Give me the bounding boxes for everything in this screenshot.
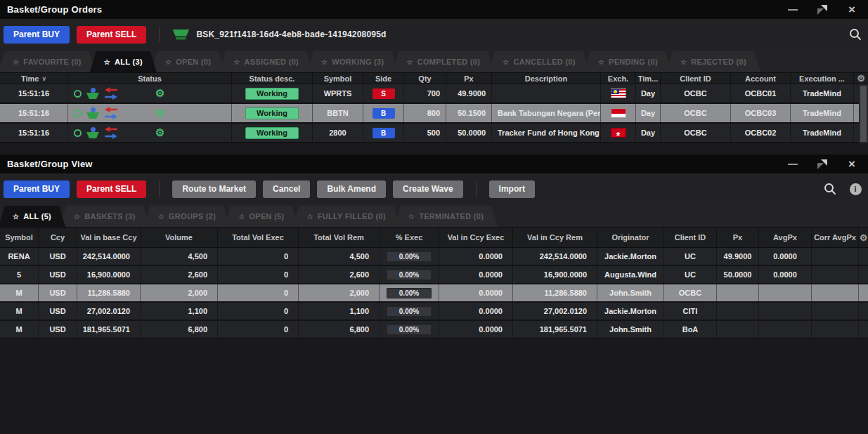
column-settings-gear-icon[interactable]: ⚙	[854, 73, 868, 84]
favourite-star-icon: ☆	[104, 58, 110, 66]
import-button[interactable]: Import	[489, 180, 535, 198]
col-px[interactable]: Px	[717, 228, 759, 247]
row-corr-avgpx	[812, 284, 859, 301]
col-avgpx[interactable]: AvgPx	[759, 228, 812, 247]
row-symbol: RENA	[0, 248, 39, 265]
close-icon[interactable]: ×	[843, 1, 861, 19]
tab-label: TERMINATED (0)	[419, 212, 484, 221]
tab-pending[interactable]: ☆PENDING (0)	[584, 51, 672, 72]
col-side[interactable]: Side	[363, 73, 404, 84]
bulk-amend-button[interactable]: Bulk Amend	[317, 180, 386, 198]
tab-open[interactable]: ☆OPEN (5)	[224, 206, 298, 227]
col-status[interactable]: Status	[68, 73, 232, 84]
row-ccy: USD	[39, 284, 77, 301]
col-ccy[interactable]: Ccy	[39, 228, 77, 247]
col-originator[interactable]: Originator	[597, 228, 664, 247]
gear-check-icon: ⚙	[155, 126, 164, 139]
info-icon[interactable]: i	[846, 180, 864, 198]
restore-icon[interactable]	[813, 155, 831, 173]
route-to-market-button[interactable]: Route to Market	[172, 180, 256, 198]
favourite-star-icon: ☆	[238, 213, 245, 221]
row-volume: 1,100	[141, 303, 218, 320]
vertical-scrollbar[interactable]	[859, 84, 868, 143]
col-execution[interactable]: Execution ...	[791, 73, 854, 84]
col-val-ccy-rem[interactable]: Val in Ccy Rem	[513, 228, 597, 247]
view-row[interactable]: M USD 27,002.0120 1,100 0 1,100 0.00% 0.…	[0, 303, 868, 321]
row-volume: 4,500	[141, 248, 218, 265]
basket-id-text: BSK_921f1418-16d4-4eb8-bade-14194208095d	[196, 29, 386, 39]
tab-fully-filled[interactable]: ☆FULLY FILLED (0)	[293, 206, 400, 227]
view-row[interactable]: M USD 11,286.5880 2,000 0 2,000 0.00% 0.…	[0, 284, 868, 303]
tab-completed[interactable]: ☆COMPLETED (0)	[393, 51, 495, 72]
minimize-icon[interactable]	[784, 1, 802, 19]
search-icon[interactable]	[846, 25, 864, 44]
create-wave-button[interactable]: Create Wave	[393, 180, 463, 198]
col-val-base[interactable]: Val in base Ccy	[77, 228, 141, 247]
tab-rejected[interactable]: ☆REJECTED (0)	[666, 51, 760, 72]
tab-open[interactable]: ☆OPEN (0)	[151, 51, 225, 72]
col-status-desc[interactable]: Status desc.	[232, 73, 313, 84]
order-row[interactable]: 15:51:16 ⚙ Working WPRTS S 700 49.9000 D…	[0, 84, 868, 104]
col-client-id[interactable]: Client ID	[661, 73, 731, 84]
order-account: OCBC01	[731, 84, 791, 103]
col-qty[interactable]: Qty	[404, 73, 446, 84]
row-px: 49.9000	[717, 248, 759, 265]
tab-label: COMPLETED (0)	[417, 58, 480, 66]
row-val-base: 11,286.5880	[77, 284, 141, 301]
scrollbar-thumb[interactable]	[860, 85, 867, 143]
tab-all[interactable]: ☆ALL (3)	[90, 51, 157, 72]
tab-label: ASSIGNED (0)	[244, 58, 299, 66]
col-total-vol-rem[interactable]: Total Vol Rem	[299, 228, 380, 247]
order-row[interactable]: 15:51:16 ⚙ Working BBTN B 800 50.1500 Ba…	[0, 104, 868, 124]
view-row[interactable]: M USD 181,965.5071 6,800 0 6,800 0.00% 0…	[0, 321, 868, 339]
row-total-vol-rem: 6,800	[299, 321, 380, 338]
search-icon[interactable]	[821, 180, 839, 198]
column-settings-gear-icon[interactable]: ⚙	[859, 228, 868, 247]
tab-baskets[interactable]: ☆BASKETS (3)	[60, 206, 150, 227]
col-val-ccy-exec[interactable]: Val in Ccy Exec	[439, 228, 513, 247]
col-volume[interactable]: Volume	[141, 228, 218, 247]
view-row[interactable]: RENA USD 242,514.0000 4,500 0 4,500 0.00…	[0, 248, 868, 266]
col-pct-exec[interactable]: % Exec	[380, 228, 439, 247]
malaysia-flag-icon	[611, 88, 626, 98]
row-px	[717, 284, 759, 301]
tab-cancelled[interactable]: ☆CANCELLED (0)	[488, 51, 590, 72]
row-val-base: 27,002.0120	[77, 303, 141, 320]
tab-favourite[interactable]: ☆FAVOURITE (0)	[0, 51, 96, 72]
col-px[interactable]: Px	[446, 73, 492, 84]
col-description[interactable]: Description	[492, 73, 601, 84]
tab-terminated[interactable]: ☆TERMINATED (0)	[394, 206, 498, 227]
tab-groups[interactable]: ☆GROUPS (2)	[144, 206, 230, 227]
parent-sell-button[interactable]: Parent SELL	[77, 180, 146, 198]
order-row[interactable]: 15:51:16 ⚙ Working 2800 B 500 50.0000 Tr…	[0, 124, 868, 143]
view-row[interactable]: 5 USD 16,900.0000 2,600 0 2,600 0.00% 0.…	[0, 266, 868, 284]
col-account[interactable]: Account	[731, 73, 791, 84]
tab-label: CANCELLED (0)	[514, 58, 576, 66]
tab-working[interactable]: ☆WORKING (3)	[307, 51, 398, 72]
side-badge: B	[373, 108, 395, 119]
cancel-button[interactable]: Cancel	[263, 180, 310, 198]
order-px: 50.0000	[446, 124, 492, 142]
parent-buy-button[interactable]: Parent BUY	[4, 26, 70, 44]
order-time: 15:51:16	[0, 124, 68, 142]
col-exch[interactable]: Exch.	[601, 73, 636, 84]
parent-sell-button[interactable]: Parent SELL	[77, 26, 146, 44]
order-status-icons: ⚙	[68, 124, 232, 142]
row-client-id: UC	[664, 248, 717, 265]
col-tif[interactable]: Tim...	[636, 73, 661, 84]
minimize-icon[interactable]	[784, 155, 802, 173]
col-time[interactable]: Time∨	[0, 73, 68, 84]
row-corr-avgpx	[812, 248, 859, 265]
tab-assigned[interactable]: ☆ASSIGNED (0)	[219, 51, 313, 72]
parent-buy-button[interactable]: Parent BUY	[4, 180, 70, 198]
row-client-id: CITI	[664, 303, 717, 320]
col-client-id[interactable]: Client ID	[664, 228, 717, 247]
tab-all[interactable]: ☆ALL (5)	[0, 206, 65, 227]
orders-tabs: ☆FAVOURITE (0) ☆ALL (3) ☆OPEN (0) ☆ASSIG…	[0, 50, 868, 72]
restore-icon[interactable]	[813, 1, 831, 19]
col-corr-avgpx[interactable]: Corr AvgPx	[812, 228, 859, 247]
close-icon[interactable]: ×	[843, 155, 861, 173]
col-symbol[interactable]: Symbol	[0, 228, 39, 247]
col-total-vol-exec[interactable]: Total Vol Exec	[218, 228, 299, 247]
col-symbol[interactable]: Symbol	[313, 73, 363, 84]
